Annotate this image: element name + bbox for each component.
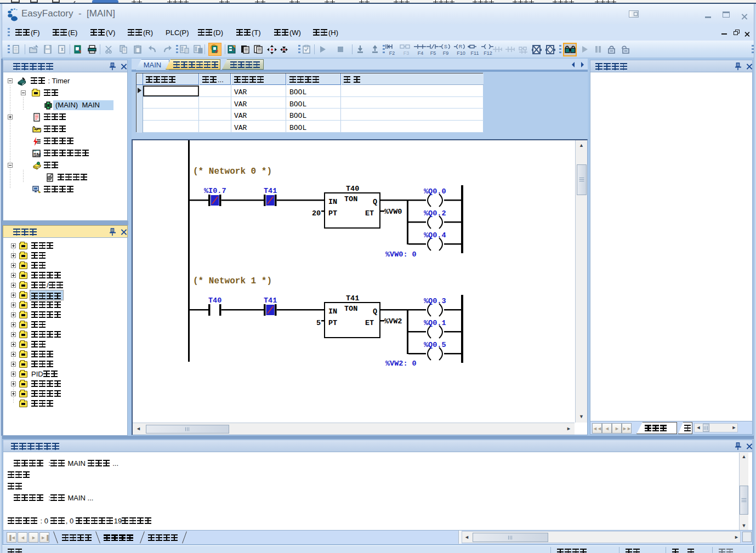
- svg-text:F5: F5: [430, 50, 436, 56]
- svg-text:T40: T40: [346, 185, 359, 193]
- svg-text:S: S: [444, 44, 447, 49]
- svg-text:%VW2: %VW2: [384, 317, 402, 326]
- svg-text:F10: F10: [457, 50, 465, 56]
- svg-text:%I0.7: %I0.7: [204, 187, 226, 195]
- svg-text:T41: T41: [346, 294, 359, 303]
- svg-text:T41: T41: [264, 187, 277, 195]
- svg-text:F4: F4: [418, 50, 424, 56]
- svg-text:PT: PT: [328, 209, 337, 218]
- svg-text:(* Network 0 *): (* Network 0 *): [193, 167, 272, 176]
- svg-text:IN: IN: [328, 307, 337, 316]
- svg-text:Q: Q: [373, 198, 377, 206]
- svg-text:5: 5: [316, 319, 321, 327]
- svg-text:TON: TON: [344, 305, 357, 313]
- svg-text:Q: Q: [373, 307, 377, 316]
- svg-text:F11: F11: [471, 50, 479, 56]
- svg-text:IN: IN: [328, 198, 337, 206]
- svg-text:ET: ET: [365, 209, 374, 218]
- svg-text:%Q0.2: %Q0.2: [424, 209, 446, 218]
- svg-text:%Q0.3: %Q0.3: [424, 297, 446, 305]
- svg-text:SM: SM: [33, 152, 41, 157]
- svg-text:%Q0.4: %Q0.4: [424, 231, 446, 240]
- svg-text:PT: PT: [328, 319, 337, 327]
- svg-text:%VW0: %VW0: [384, 208, 402, 216]
- svg-text:%Q0.1: %Q0.1: [424, 319, 446, 327]
- svg-text:R: R: [459, 44, 463, 49]
- svg-text:T40: T40: [208, 297, 221, 305]
- svg-text:ET: ET: [365, 319, 374, 327]
- svg-text:F12: F12: [484, 50, 492, 56]
- svg-text:F2: F2: [389, 50, 395, 56]
- svg-text:TON: TON: [344, 195, 357, 203]
- svg-text:F9: F9: [443, 50, 449, 56]
- svg-text:%VW2: 0: %VW2: 0: [385, 360, 417, 368]
- svg-text:T41: T41: [264, 297, 277, 305]
- svg-text:%VW0: 0: %VW0: 0: [385, 250, 417, 259]
- svg-text:(* Network 1 *): (* Network 1 *): [193, 276, 272, 286]
- svg-text:%Q0.5: %Q0.5: [424, 341, 446, 349]
- svg-text:F3: F3: [403, 50, 410, 56]
- svg-text:20: 20: [312, 209, 321, 218]
- svg-text:%Q0.0: %Q0.0: [424, 187, 446, 196]
